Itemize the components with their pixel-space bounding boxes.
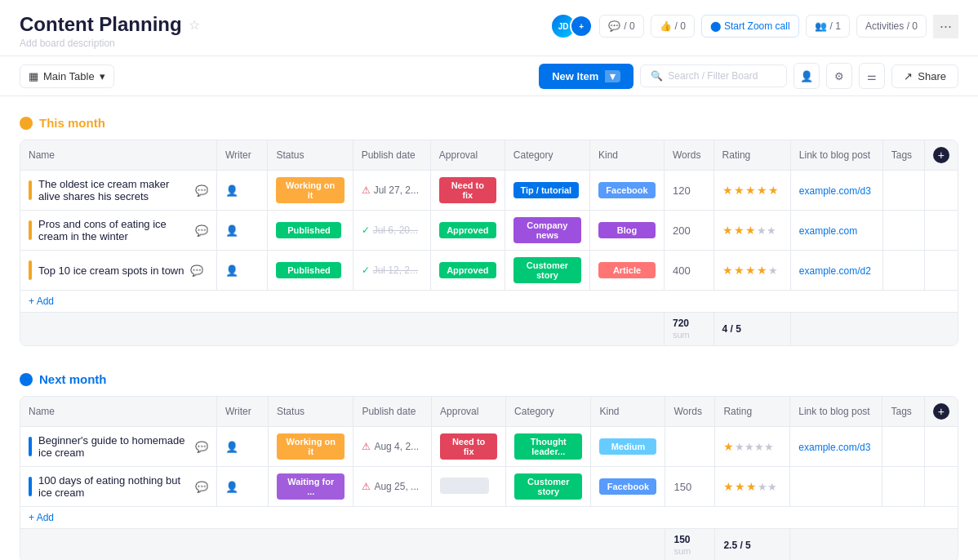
th-add[interactable]: +: [924, 140, 958, 171]
like-btn[interactable]: 👍 / 0: [651, 15, 695, 38]
star-2: ★: [734, 264, 745, 277]
kind-cell[interactable]: Article: [590, 251, 665, 291]
status-cell[interactable]: Working on it: [269, 427, 353, 467]
table-wrapper-next-month: Name Writer Status Publish date Approval…: [20, 396, 958, 560]
filter-btn[interactable]: ⚌: [859, 63, 885, 89]
blog-link[interactable]: example.com/d3: [798, 442, 870, 453]
comment-icon[interactable]: 💬: [190, 264, 203, 277]
header-left: Content Planning ☆ Add board description: [20, 13, 200, 49]
comment-icon[interactable]: 💬: [195, 224, 208, 237]
table-label: Main Table: [43, 70, 95, 82]
tags-cell[interactable]: [882, 427, 924, 467]
link-cell[interactable]: [790, 467, 882, 507]
kind-cell[interactable]: Facebook: [591, 467, 665, 507]
category-cell[interactable]: Company news: [505, 211, 589, 251]
settings-btn[interactable]: ⚙: [826, 63, 852, 89]
status-cell[interactable]: Working on it: [268, 171, 353, 211]
rating-cell[interactable]: ★★★★★: [713, 171, 790, 211]
tags-cell[interactable]: [882, 251, 924, 291]
summary-end: [790, 529, 958, 561]
avatar-2[interactable]: +: [570, 15, 593, 38]
header: Content Planning ☆ Add board description…: [0, 0, 978, 96]
new-item-arrow[interactable]: ▾: [605, 70, 620, 82]
users-btn[interactable]: 👥 / 1: [806, 15, 850, 38]
more-options-btn[interactable]: ···: [933, 15, 958, 38]
add-cell: [924, 211, 958, 251]
link-cell[interactable]: example.com: [790, 211, 882, 251]
rating-cell[interactable]: ★★★★★: [713, 251, 790, 291]
add-item-btn[interactable]: + Add: [20, 507, 958, 529]
share-label: Share: [918, 70, 946, 82]
approval-cell[interactable]: Approved: [430, 251, 505, 291]
date-text: Aug 25, ...: [374, 481, 419, 492]
board-description[interactable]: Add board description: [20, 38, 200, 49]
table-row: 100 days of eating nothing but ice cream…: [20, 467, 958, 507]
date-text: Jul 12, 2...: [373, 264, 418, 276]
like-icon: 👍: [660, 20, 672, 32]
add-item-row[interactable]: + Add: [20, 291, 958, 313]
add-item-btn[interactable]: + Add: [20, 291, 958, 313]
star-icon[interactable]: ☆: [189, 17, 200, 33]
comment-icon[interactable]: 💬: [195, 441, 208, 453]
tags-cell[interactable]: [882, 467, 924, 507]
star-3: ★: [746, 480, 758, 493]
category-cell[interactable]: Customer story: [505, 251, 589, 291]
table-row: Beginner's guide to homemade ice cream 💬…: [20, 427, 958, 467]
publish-date-cell[interactable]: ⚠ Aug 25, ...: [353, 467, 432, 507]
chat-btn[interactable]: 💬 / 0: [599, 15, 643, 38]
comment-icon[interactable]: 💬: [195, 481, 208, 493]
words-summary: 150 sum: [665, 529, 715, 561]
approval-cell[interactable]: Need to fix: [430, 171, 505, 211]
th-rating: Rating: [715, 397, 790, 427]
comment-icon[interactable]: 💬: [195, 184, 208, 197]
rating-cell[interactable]: ★★★★★: [715, 427, 790, 467]
status-cell[interactable]: Published: [268, 211, 353, 251]
words-cell: 150: [665, 467, 715, 507]
kind-cell[interactable]: Blog: [590, 211, 665, 251]
approval-cell[interactable]: Approved: [430, 211, 505, 251]
status-cell[interactable]: Waiting for ...: [269, 467, 353, 507]
link-cell[interactable]: example.com/d3: [790, 427, 882, 467]
th-add[interactable]: +: [924, 397, 958, 427]
search-box[interactable]: 🔍 Search / Filter Board: [640, 64, 787, 87]
publish-date-cell[interactable]: ✓ Jul 6, 20...: [353, 211, 430, 251]
add-column-btn[interactable]: +: [933, 403, 949, 420]
blog-link[interactable]: example.com: [799, 225, 857, 237]
approval-cell[interactable]: [432, 467, 506, 507]
rating-cell[interactable]: ★★★★★: [713, 211, 790, 251]
add-item-row[interactable]: + Add: [20, 507, 958, 529]
group-header-this-month[interactable]: This month: [20, 109, 958, 136]
category-cell[interactable]: Customer story: [506, 467, 591, 507]
activities-btn[interactable]: Activities / 0: [856, 15, 927, 38]
kind-cell[interactable]: Medium: [591, 427, 665, 467]
blog-link[interactable]: example.com/d2: [799, 265, 871, 277]
category-cell[interactable]: Tip / tutorial: [505, 171, 589, 211]
group-header-next-month[interactable]: Next month: [20, 366, 958, 393]
status-badge: Published: [276, 262, 341, 278]
zoom-btn[interactable]: ⬤ Start Zoom call: [701, 15, 799, 38]
search-icon: 🔍: [651, 70, 663, 82]
blog-link[interactable]: example.com/d3: [799, 185, 871, 197]
link-cell[interactable]: example.com/d3: [790, 171, 882, 211]
new-item-button[interactable]: New Item ▾: [539, 64, 633, 89]
table-this-month: Name Writer Status Publish date Approval…: [20, 140, 958, 345]
add-cell: [924, 251, 958, 291]
th-publish: Publish date: [353, 397, 432, 427]
table-toggle-btn[interactable]: ▦ Main Table ▾: [20, 64, 114, 88]
kind-cell[interactable]: Facebook: [590, 171, 665, 211]
publish-date-cell[interactable]: ⚠ Jul 27, 2...: [353, 171, 430, 211]
status-cell[interactable]: Published: [268, 251, 353, 291]
publish-date-cell[interactable]: ⚠ Aug 4, 2...: [353, 427, 432, 467]
approval-cell[interactable]: Need to fix: [432, 427, 506, 467]
group-dot-this-month: [20, 117, 33, 130]
add-column-btn[interactable]: +: [933, 147, 949, 163]
person-filter-btn[interactable]: 👤: [794, 63, 820, 89]
rating-cell[interactable]: ★★★★★: [715, 467, 790, 507]
tags-cell[interactable]: [882, 211, 924, 251]
avatar-stack: JD +: [550, 13, 593, 39]
tags-cell[interactable]: [882, 171, 924, 211]
category-cell[interactable]: Thought leader...: [506, 427, 591, 467]
publish-date-cell[interactable]: ✓ Jul 12, 2...: [353, 251, 430, 291]
share-btn[interactable]: ↗ Share: [891, 64, 958, 88]
link-cell[interactable]: example.com/d2: [790, 251, 882, 291]
